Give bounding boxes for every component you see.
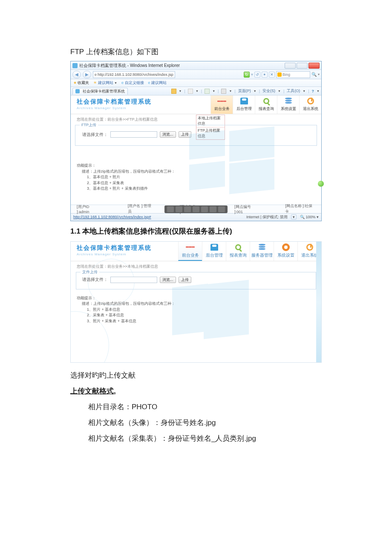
hint-block: 功能提示： 描述：上传zip格式的压缩包，压缩包内容格式有三种： 1、照片 + … xyxy=(71,294,321,363)
gear-icon xyxy=(281,243,291,251)
compat-icon[interactable]: ✶ xyxy=(262,72,268,78)
stop-icon[interactable]: ↺ xyxy=(254,72,260,78)
bars-icon xyxy=(186,243,195,251)
stop2-icon[interactable]: ✕ xyxy=(269,72,275,78)
rss-icon[interactable] xyxy=(188,89,193,94)
badge-icon xyxy=(210,243,219,251)
home-icon[interactable] xyxy=(171,89,176,94)
hint-block: 功能提示： 描述：上传zip格式的压缩包，压缩包内容格式有三种： 1、基本信息 … xyxy=(71,161,321,205)
file-input[interactable] xyxy=(110,131,157,138)
ftp-upload-legend: FTP上传 xyxy=(80,122,98,128)
ie-tool-row: ▼| ▼| ▼| ▼| 页面(P)▼| 安全(S)▼| 工具(O)▼| ?▼ xyxy=(171,88,320,94)
reader-btn[interactable] xyxy=(184,206,191,212)
power-icon xyxy=(305,243,314,251)
favorites-star-icon[interactable]: ★ xyxy=(73,81,77,85)
print-icon[interactable] xyxy=(221,89,226,94)
fav-suggest2-link[interactable]: e 建议网站 xyxy=(148,80,167,86)
fav-custom-link[interactable]: e 自定义链接 xyxy=(121,80,144,86)
badge-icon xyxy=(239,97,249,105)
file-input[interactable] xyxy=(110,277,157,283)
ie-status-bar: http://192.168.1.102:8080/Archives/index… xyxy=(71,213,321,221)
main-menu: 前台业务 后台管理 报表查询 系统设置 xyxy=(210,95,321,114)
ie-logo-icon: e xyxy=(95,72,97,77)
menu-front[interactable]: 前台业务 xyxy=(178,242,202,261)
windows-logo-decor xyxy=(189,132,274,192)
reader-btn[interactable] xyxy=(167,206,174,212)
close-button[interactable] xyxy=(308,63,320,69)
url-field[interactable]: e http://192.168.1.102:8080/Archives/ind… xyxy=(93,71,175,78)
ie-zoom[interactable]: 🔍 100% ▾ xyxy=(300,215,319,219)
status-node-name: [网点名称 ]:社保卡 xyxy=(285,203,315,214)
format-heading: 上传文献格式, xyxy=(70,386,322,396)
reader-btn[interactable] xyxy=(201,206,208,212)
ie-status-mode: Internet | 保护模式: 禁用 xyxy=(245,214,288,220)
database-icon xyxy=(257,243,267,251)
ie-titlebar: 社会保障卡档案管理系统 - Windows Internet Explorer xyxy=(71,61,321,70)
menu-front[interactable]: 前台业务 xyxy=(210,95,233,114)
nav-sep: ▾ xyxy=(251,72,253,77)
back-button[interactable]: ◀ xyxy=(72,71,81,78)
minimize-button[interactable] xyxy=(285,63,296,69)
window-title: 社会保障卡档案管理系统 - Windows Internet Explorer xyxy=(79,63,180,69)
refresh-icon[interactable]: ↻ xyxy=(244,72,250,78)
tools-menu[interactable]: 工具(O) xyxy=(287,88,300,94)
search-placeholder: Bing xyxy=(282,72,290,77)
forward-button[interactable]: ▶ xyxy=(83,71,91,78)
reader-btn[interactable] xyxy=(218,206,225,212)
favicon-icon xyxy=(72,63,78,68)
help-icon[interactable]: ? xyxy=(312,89,314,93)
safety-menu[interactable]: 安全(S) xyxy=(262,88,275,94)
app-header: 社会保障卡档案管理系统 Archives Manager System 前台业务… xyxy=(71,95,321,114)
photo-file2: 相片文献名（采集表）：身份证号姓名_人员类别.jpg xyxy=(70,434,322,443)
reader-btn[interactable] xyxy=(176,206,182,212)
app2-window: 社会保障卡档案管理系统 Archives Manager System 前台业务… xyxy=(70,241,322,363)
search-go-icon[interactable]: 🔍 xyxy=(311,72,317,77)
photo-file1: 相片文献名（头像）：身份证号姓名.jpg xyxy=(70,418,322,428)
menu-exit[interactable]: 退出系统 xyxy=(299,95,321,114)
tab-favicon-icon xyxy=(75,89,80,93)
favorites-label[interactable]: 收藏夹 xyxy=(78,81,89,85)
menu-sys[interactable]: 系统设置 xyxy=(274,242,297,261)
bars-icon xyxy=(217,97,227,105)
ie-nav-bar: ◀ ▶ e http://192.168.1.102:8080/Archives… xyxy=(71,70,321,79)
main-menu: 前台业务 后台管理 报表查询 服务器管理 系统设置 xyxy=(178,242,321,261)
database-icon xyxy=(284,97,293,105)
page-menu[interactable]: 页面(P) xyxy=(238,88,251,94)
section-heading: 1.1 本地上传档案信息操作流程(仅限在服务器上传) xyxy=(70,226,322,236)
brand-sub: Archives Manager System xyxy=(77,106,205,110)
browser-tab[interactable]: 社会保障卡档案管理系统 xyxy=(72,88,128,95)
menu-back[interactable]: 后台管理 xyxy=(233,95,255,114)
photo-dir: 相片目录名：PHOTO xyxy=(70,402,322,412)
maximize-button[interactable] xyxy=(297,63,308,69)
upload-button[interactable]: 上传 xyxy=(179,277,191,283)
menu-report[interactable]: 报表查询 xyxy=(255,95,277,114)
menu-server[interactable]: 服务器管理 xyxy=(250,242,274,261)
search-field[interactable]: Bing xyxy=(276,71,310,78)
mail-icon[interactable] xyxy=(205,89,210,94)
app2-header: 社会保障卡档案管理系统 Archives Manager System 前台业务… xyxy=(71,242,321,261)
brand-title: 社会保障卡档案管理系统 xyxy=(77,244,172,252)
browse-button[interactable]: 浏览... xyxy=(160,277,176,283)
url-text: http://192.168.1.102:8080/Archives/index… xyxy=(98,72,173,77)
file-label: 请选择文件： xyxy=(82,277,108,283)
app-status-bar: [用户ID ]:admin [用户名 ]:管理员 [用户角色 ]:admin [… xyxy=(71,205,321,213)
fav-suggest-link[interactable]: ☀ 建议网站 ▼ xyxy=(93,80,117,86)
local-upload-legend: 文件上传 xyxy=(81,269,99,275)
reader-btn[interactable] xyxy=(193,206,199,212)
reader-btn[interactable] xyxy=(210,206,216,212)
ie-protect-dropdown[interactable]: ▾ xyxy=(291,214,297,220)
menu-report[interactable]: 报表查询 xyxy=(226,242,250,261)
windows-logo-decor xyxy=(172,286,249,337)
tab-title: 社会保障卡档案管理系统 xyxy=(83,89,125,94)
ie-status-link: http://192.168.1.102:8080/Archives/index… xyxy=(73,215,151,219)
status-uname: [用户名 ]:管理员 xyxy=(128,203,154,214)
bing-icon xyxy=(277,72,282,77)
search-icon xyxy=(233,243,243,251)
browse-button[interactable]: 浏览... xyxy=(160,131,176,138)
ie-window: 社会保障卡档案管理系统 - Windows Internet Explorer … xyxy=(70,61,322,221)
ie-tab-bar: 社会保障卡档案管理系统 ▼| ▼| ▼| ▼| 页面(P)▼| 安全(S)▼| … xyxy=(71,87,321,95)
choose-text: 选择对旳旳上传文献 xyxy=(70,370,322,380)
menu-back[interactable]: 后台管理 xyxy=(202,242,226,261)
app-content: 社会保障卡档案管理系统 Archives Manager System 前台业务… xyxy=(71,95,321,213)
menu-sys[interactable]: 系统设置 xyxy=(277,95,299,114)
